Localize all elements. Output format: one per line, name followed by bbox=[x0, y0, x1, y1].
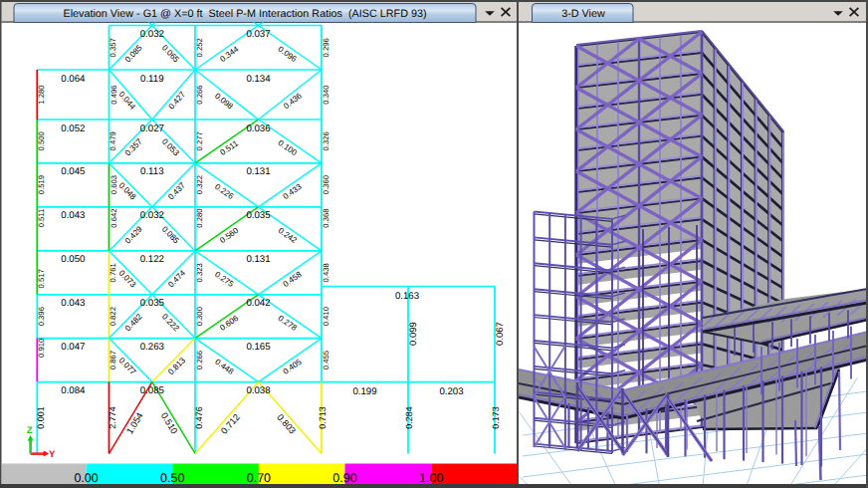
svg-text:0.045: 0.045 bbox=[61, 166, 85, 177]
svg-text:0.064: 0.064 bbox=[61, 74, 86, 85]
svg-text:0.326: 0.326 bbox=[322, 131, 330, 150]
svg-text:0.517: 0.517 bbox=[37, 269, 46, 288]
svg-text:0.90: 0.90 bbox=[332, 471, 356, 485]
svg-text:0.042: 0.042 bbox=[246, 298, 270, 309]
svg-text:3-D View: 3-D View bbox=[561, 8, 605, 20]
svg-text:0.410: 0.410 bbox=[322, 307, 330, 326]
svg-text:0.00: 0.00 bbox=[74, 471, 98, 485]
svg-text:0.085: 0.085 bbox=[140, 385, 164, 396]
svg-text:0.032: 0.032 bbox=[140, 210, 164, 221]
svg-text:0.173: 0.173 bbox=[491, 406, 501, 429]
svg-text:0.037: 0.037 bbox=[246, 29, 270, 40]
svg-text:0.001: 0.001 bbox=[36, 406, 46, 429]
svg-text:0.263: 0.263 bbox=[140, 342, 164, 353]
svg-text:0.047: 0.047 bbox=[61, 342, 85, 353]
svg-text:0.027: 0.027 bbox=[140, 123, 164, 134]
svg-text:0.052: 0.052 bbox=[61, 123, 85, 134]
svg-text:0.165: 0.165 bbox=[246, 342, 270, 353]
svg-text:0.252: 0.252 bbox=[195, 38, 204, 57]
svg-text:0.036: 0.036 bbox=[246, 123, 270, 134]
svg-text:0.043: 0.043 bbox=[61, 298, 85, 309]
svg-text:0.099: 0.099 bbox=[408, 322, 419, 346]
svg-text:Elevation View - G1 @ X=0 ft: Elevation View - G1 @ X=0 ft Steel P-M I… bbox=[63, 8, 426, 20]
svg-text:0.70: 0.70 bbox=[247, 471, 271, 485]
svg-text:0.368: 0.368 bbox=[322, 208, 330, 227]
svg-text:0.438: 0.438 bbox=[322, 263, 330, 282]
svg-text:0.067: 0.067 bbox=[495, 322, 506, 346]
svg-text:0.277: 0.277 bbox=[195, 131, 204, 150]
svg-text:0.323: 0.323 bbox=[195, 263, 204, 282]
svg-text:0.131: 0.131 bbox=[246, 254, 270, 265]
svg-text:Y: Y bbox=[49, 449, 56, 460]
svg-text:0.396: 0.396 bbox=[37, 307, 46, 326]
svg-text:0.300: 0.300 bbox=[195, 307, 204, 326]
svg-text:0.038: 0.038 bbox=[246, 385, 270, 396]
svg-text:0.642: 0.642 bbox=[109, 208, 118, 227]
svg-text:0.910: 0.910 bbox=[37, 339, 46, 358]
svg-text:1.00: 1.00 bbox=[419, 471, 443, 485]
svg-text:0.113: 0.113 bbox=[140, 166, 164, 177]
svg-text:0.322: 0.322 bbox=[195, 175, 204, 194]
svg-text:0.050: 0.050 bbox=[61, 254, 86, 265]
svg-text:0.519: 0.519 bbox=[37, 175, 46, 194]
svg-text:0.119: 0.119 bbox=[140, 74, 164, 85]
svg-text:0.360: 0.360 bbox=[322, 175, 330, 194]
svg-text:0.50: 0.50 bbox=[160, 471, 184, 485]
svg-text:0.713: 0.713 bbox=[318, 406, 327, 429]
svg-text:0.032: 0.032 bbox=[140, 29, 164, 40]
svg-text:0.043: 0.043 bbox=[61, 210, 85, 221]
svg-text:0.266: 0.266 bbox=[195, 85, 204, 104]
svg-text:0.340: 0.340 bbox=[322, 85, 330, 104]
svg-text:0.603: 0.603 bbox=[109, 175, 118, 194]
svg-text:0.035: 0.035 bbox=[246, 210, 270, 221]
svg-text:Z: Z bbox=[27, 425, 33, 436]
svg-text:0.476: 0.476 bbox=[194, 406, 204, 429]
svg-text:0.163: 0.163 bbox=[395, 291, 419, 302]
svg-text:0.455: 0.455 bbox=[322, 351, 330, 369]
svg-text:0.280: 0.280 bbox=[195, 208, 204, 227]
svg-text:0.867: 0.867 bbox=[109, 351, 118, 369]
svg-text:0.199: 0.199 bbox=[352, 386, 376, 397]
svg-text:0.761: 0.761 bbox=[109, 263, 118, 282]
svg-text:0.822: 0.822 bbox=[109, 307, 118, 326]
svg-text:0.296: 0.296 bbox=[322, 38, 330, 57]
svg-text:0.084: 0.084 bbox=[61, 385, 86, 396]
svg-text:0.479: 0.479 bbox=[109, 131, 118, 150]
svg-text:0.357: 0.357 bbox=[109, 38, 118, 57]
svg-text:2.774: 2.774 bbox=[108, 406, 117, 429]
svg-text:0.511: 0.511 bbox=[37, 209, 46, 228]
svg-text:1.280: 1.280 bbox=[37, 85, 46, 104]
svg-text:0.500: 0.500 bbox=[37, 131, 46, 150]
svg-text:0.035: 0.035 bbox=[140, 298, 164, 309]
svg-text:0.266: 0.266 bbox=[195, 351, 204, 369]
svg-text:0.122: 0.122 bbox=[140, 254, 164, 265]
svg-text:0.134: 0.134 bbox=[246, 74, 271, 85]
svg-text:0.284: 0.284 bbox=[404, 406, 414, 429]
svg-text:0.496: 0.496 bbox=[109, 85, 118, 104]
svg-text:0.203: 0.203 bbox=[439, 386, 463, 397]
svg-text:0.131: 0.131 bbox=[246, 166, 270, 177]
